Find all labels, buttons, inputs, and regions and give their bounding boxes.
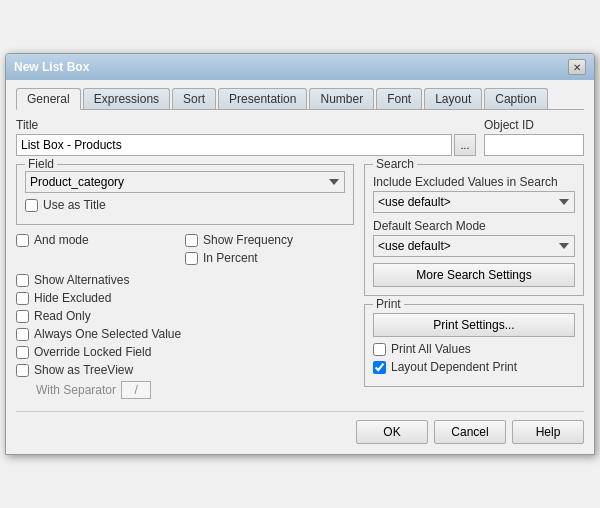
- layout-dependent-checkbox[interactable]: [373, 361, 386, 374]
- tab-caption[interactable]: Caption: [484, 88, 547, 109]
- and-mode-checkbox[interactable]: [16, 234, 29, 247]
- window-body: General Expressions Sort Presentation Nu…: [6, 80, 594, 454]
- read-only-checkbox[interactable]: [16, 310, 29, 323]
- right-column: Search Include Excluded Values in Search…: [364, 164, 584, 399]
- objectid-label: Object ID: [484, 118, 584, 132]
- print-all-values-checkbox[interactable]: [373, 343, 386, 356]
- hide-excluded-checkbox[interactable]: [16, 292, 29, 305]
- title-row: Title ... Object ID: [16, 118, 584, 156]
- layout-dependent-row: Layout Dependent Print: [373, 360, 575, 374]
- title-browse-button[interactable]: ...: [454, 134, 476, 156]
- tab-expressions[interactable]: Expressions: [83, 88, 170, 109]
- tab-number[interactable]: Number: [309, 88, 374, 109]
- default-search-mode-select[interactable]: <use default>: [373, 235, 575, 257]
- in-percent-row: In Percent: [185, 251, 354, 265]
- print-all-values-label: Print All Values: [391, 342, 471, 356]
- dialog-window: New List Box ✕ General Expressions Sort …: [5, 53, 595, 455]
- use-as-title-row: Use as Title: [25, 198, 345, 212]
- cancel-button[interactable]: Cancel: [434, 420, 506, 444]
- show-treeview-row: Show as TreeView: [16, 363, 354, 377]
- help-button[interactable]: Help: [512, 420, 584, 444]
- with-separator-row: With Separator: [16, 381, 354, 399]
- tab-general[interactable]: General: [16, 88, 81, 110]
- left-column: Field Product_category Use as Title An: [16, 164, 354, 399]
- show-treeview-label: Show as TreeView: [34, 363, 133, 377]
- always-one-checkbox[interactable]: [16, 328, 29, 341]
- override-locked-checkbox[interactable]: [16, 346, 29, 359]
- include-excluded-select[interactable]: <use default>: [373, 191, 575, 213]
- window-title: New List Box: [14, 60, 89, 74]
- tab-sort[interactable]: Sort: [172, 88, 216, 109]
- objectid-input[interactable]: [484, 134, 584, 156]
- more-search-settings-button[interactable]: More Search Settings: [373, 263, 575, 287]
- override-locked-label: Override Locked Field: [34, 345, 151, 359]
- left-checkboxes: And mode Show Frequency In Percent: [16, 233, 354, 399]
- title-bar-controls: ✕: [568, 59, 586, 75]
- show-alternatives-row: Show Alternatives: [16, 273, 354, 287]
- tab-font[interactable]: Font: [376, 88, 422, 109]
- title-section: Title ...: [16, 118, 476, 156]
- always-one-label: Always One Selected Value: [34, 327, 181, 341]
- show-alternatives-checkbox[interactable]: [16, 274, 29, 287]
- field-group-label: Field: [25, 157, 57, 171]
- title-input-row: ...: [16, 134, 476, 156]
- close-button[interactable]: ✕: [568, 59, 586, 75]
- separator-input[interactable]: [121, 381, 151, 399]
- search-section: Search Include Excluded Values in Search…: [364, 164, 584, 296]
- main-content: Field Product_category Use as Title An: [16, 164, 584, 399]
- title-bar: New List Box ✕: [6, 54, 594, 80]
- title-input[interactable]: [16, 134, 452, 156]
- read-only-label: Read Only: [34, 309, 91, 323]
- use-as-title-checkbox[interactable]: [25, 199, 38, 212]
- layout-dependent-label: Layout Dependent Print: [391, 360, 517, 374]
- ok-button[interactable]: OK: [356, 420, 428, 444]
- with-separator-label: With Separator: [36, 383, 116, 397]
- and-mode-label: And mode: [34, 233, 89, 247]
- in-percent-checkbox[interactable]: [185, 252, 198, 265]
- default-search-mode-label: Default Search Mode: [373, 219, 575, 233]
- show-frequency-row: Show Frequency: [185, 233, 354, 247]
- print-section: Print Print Settings... Print All Values…: [364, 304, 584, 387]
- field-group: Field Product_category Use as Title: [16, 164, 354, 225]
- title-label: Title: [16, 118, 476, 132]
- hide-excluded-label: Hide Excluded: [34, 291, 111, 305]
- in-percent-label: In Percent: [203, 251, 258, 265]
- show-frequency-label: Show Frequency: [203, 233, 293, 247]
- show-treeview-checkbox[interactable]: [16, 364, 29, 377]
- include-excluded-label: Include Excluded Values in Search: [373, 175, 575, 189]
- top-check-grid: And mode Show Frequency In Percent: [16, 233, 354, 269]
- tab-layout[interactable]: Layout: [424, 88, 482, 109]
- footer: OK Cancel Help: [16, 411, 584, 444]
- show-alternatives-label: Show Alternatives: [34, 273, 129, 287]
- override-locked-row: Override Locked Field: [16, 345, 354, 359]
- print-section-label: Print: [373, 297, 404, 311]
- print-all-values-row: Print All Values: [373, 342, 575, 356]
- tab-presentation[interactable]: Presentation: [218, 88, 307, 109]
- use-as-title-label: Use as Title: [43, 198, 106, 212]
- show-frequency-checkbox[interactable]: [185, 234, 198, 247]
- read-only-row: Read Only: [16, 309, 354, 323]
- hide-excluded-row: Hide Excluded: [16, 291, 354, 305]
- always-one-row: Always One Selected Value: [16, 327, 354, 341]
- search-section-label: Search: [373, 157, 417, 171]
- field-select[interactable]: Product_category: [25, 171, 345, 193]
- print-settings-button[interactable]: Print Settings...: [373, 313, 575, 337]
- tab-bar: General Expressions Sort Presentation Nu…: [16, 88, 584, 110]
- and-mode-row: And mode: [16, 233, 185, 247]
- objectid-section: Object ID: [484, 118, 584, 156]
